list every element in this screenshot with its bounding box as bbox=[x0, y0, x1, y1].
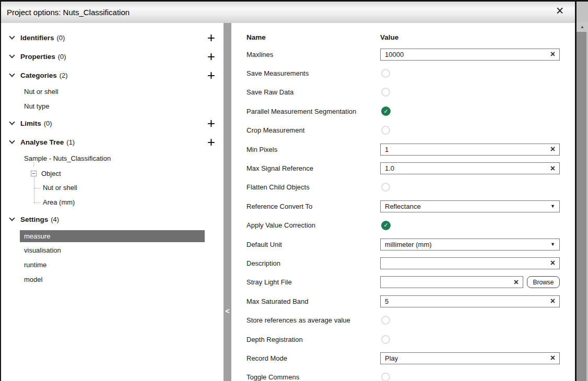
add-button[interactable]: + bbox=[207, 69, 218, 81]
collapse-panel-icon[interactable]: < bbox=[224, 307, 231, 315]
analyse-tree: Sample - Nuts_ClassificationObjectNut or… bbox=[1, 151, 224, 210]
setting-label: Stray Light File bbox=[246, 278, 380, 286]
clear-icon[interactable]: × bbox=[511, 278, 519, 287]
sidebar-item-visualisation[interactable]: visualisation bbox=[1, 243, 224, 258]
sidebar-item-model[interactable]: model bbox=[1, 272, 224, 287]
setting-row-min-pixels: Min Pixels1× bbox=[246, 140, 575, 159]
setting-value: 1.0× bbox=[380, 162, 560, 174]
setting-row-record-mode: Record ModePlay× bbox=[246, 349, 575, 367]
section-name: Limits bbox=[20, 120, 41, 127]
toggle-off-icon[interactable] bbox=[381, 183, 390, 192]
chevron-down-icon[interactable] bbox=[9, 138, 15, 144]
setting-row-maxlines: Maxlines10000× bbox=[246, 45, 575, 64]
clear-icon[interactable]: × bbox=[547, 145, 555, 153]
dialog-body: Identifiers(0)+Properties(0)+Categories(… bbox=[1, 23, 575, 381]
collapse-expander-icon[interactable] bbox=[31, 171, 37, 176]
panel-splitter[interactable]: < bbox=[224, 23, 231, 381]
toggle-off-icon[interactable] bbox=[381, 373, 390, 381]
setting-row-description: Description× bbox=[246, 254, 575, 272]
scroll-up-icon[interactable]: ▲ bbox=[577, 22, 588, 32]
sidebar-sections: Identifiers(0)+Properties(0)+Categories(… bbox=[1, 28, 224, 287]
setting-row-reference-convert-to: Reference Convert ToReflectance▼ bbox=[246, 197, 575, 216]
input-value: 1 bbox=[385, 146, 389, 153]
toggle-off-icon[interactable] bbox=[381, 316, 390, 325]
setting-label: Apply Value Correction bbox=[246, 221, 380, 229]
toggle-on-icon[interactable]: ✓ bbox=[381, 106, 391, 116]
sidebar-item-nut-type[interactable]: Nut type bbox=[1, 99, 224, 114]
setting-value bbox=[380, 335, 560, 344]
form-header: Name Value bbox=[246, 29, 575, 45]
setting-label: Depth Registration bbox=[246, 336, 380, 343]
sidebar-section-properties[interactable]: Properties(0)+ bbox=[1, 47, 224, 66]
toggle-off-icon[interactable] bbox=[381, 335, 390, 344]
input-description[interactable]: × bbox=[380, 257, 560, 269]
section-name: Settings bbox=[20, 216, 48, 223]
input-value: 1.0 bbox=[385, 164, 394, 172]
add-button[interactable]: + bbox=[207, 32, 218, 43]
input-max-saturated-band[interactable]: 5× bbox=[380, 295, 560, 307]
clear-icon[interactable]: × bbox=[547, 164, 555, 173]
setting-row-stray-light-file: Stray Light File×Browse bbox=[246, 273, 575, 292]
input-stray-light-file[interactable]: × bbox=[380, 276, 523, 288]
sidebar-section-limits[interactable]: Limits(0)+ bbox=[1, 114, 224, 133]
setting-row-parallel-measurement-segmentation: Parallel Measurement Segmentation✓ bbox=[246, 102, 575, 121]
column-header-value: Value bbox=[380, 33, 398, 41]
sidebar-item-measure[interactable]: measure bbox=[20, 230, 205, 242]
setting-value: × bbox=[380, 257, 560, 269]
add-button[interactable]: + bbox=[207, 51, 218, 62]
toggle-on-icon[interactable]: ✓ bbox=[381, 221, 391, 230]
input-min-pixels[interactable]: 1× bbox=[380, 144, 560, 156]
options-sidebar: Identifiers(0)+Properties(0)+Categories(… bbox=[1, 23, 224, 381]
chevron-down-icon[interactable] bbox=[9, 215, 15, 221]
dropdown-reference-convert-to[interactable]: Reflectance▼ bbox=[380, 200, 560, 212]
dialog-title: Project options: Nuts_Classification bbox=[7, 8, 130, 17]
sidebar-section-categories[interactable]: Categories(2)+ bbox=[1, 66, 224, 85]
chevron-down-icon[interactable] bbox=[9, 71, 15, 77]
toggle-off-icon[interactable] bbox=[381, 69, 390, 78]
dialog-titlebar[interactable]: Project options: Nuts_Classification bbox=[1, 2, 575, 23]
settings-form-panel: Name Value Maxlines10000×Save Measuremen… bbox=[231, 23, 575, 381]
chevron-down-icon[interactable] bbox=[9, 119, 15, 125]
clear-icon[interactable]: × bbox=[547, 354, 555, 362]
close-icon[interactable]: × bbox=[552, 3, 568, 18]
sidebar-section-settings[interactable]: Settings(4) bbox=[1, 210, 224, 229]
input-maxlines[interactable]: 10000× bbox=[380, 49, 560, 61]
setting-label: Min Pixels bbox=[246, 146, 380, 153]
sidebar-section-analyse-tree[interactable]: Analyse Tree(1)+ bbox=[1, 133, 224, 151]
tree-node-area-mm[interactable]: Area (mm) bbox=[1, 195, 224, 210]
setting-value: millimeter (mm)▼ bbox=[380, 239, 560, 251]
setting-row-save-raw-data: Save Raw Data bbox=[246, 83, 575, 102]
scrollbar-thumb[interactable] bbox=[577, 32, 586, 381]
input-value: 10000 bbox=[385, 51, 404, 58]
tree-branch-label: Object bbox=[41, 170, 61, 177]
project-options-screen: Project options: Nuts_Classification × I… bbox=[0, 0, 588, 381]
setting-row-save-measurements: Save Measurements bbox=[246, 64, 575, 82]
setting-value bbox=[380, 183, 560, 192]
sidebar-item-nut-or-shell[interactable]: Nut or shell bbox=[1, 85, 224, 99]
chevron-down-icon[interactable] bbox=[9, 33, 15, 39]
input-record-mode[interactable]: Play× bbox=[380, 352, 560, 364]
setting-label: Store references as average value bbox=[246, 316, 380, 324]
setting-label: Parallel Measurement Segmentation bbox=[246, 108, 380, 115]
check-icon: ✓ bbox=[383, 109, 388, 114]
setting-value: ✓ bbox=[380, 106, 560, 116]
input-max-signal-reference[interactable]: 1.0× bbox=[380, 162, 560, 174]
vertical-scrollbar[interactable]: ▲ bbox=[577, 0, 588, 381]
sidebar-item-runtime[interactable]: runtime bbox=[1, 258, 224, 272]
toggle-off-icon[interactable] bbox=[381, 126, 390, 135]
add-button[interactable]: + bbox=[207, 117, 218, 129]
toggle-off-icon[interactable] bbox=[381, 88, 390, 97]
clear-icon[interactable]: × bbox=[547, 297, 555, 305]
browse-button[interactable]: Browse bbox=[527, 276, 560, 288]
add-button[interactable]: + bbox=[207, 136, 218, 148]
dropdown-value: Reflectance bbox=[385, 203, 421, 210]
sidebar-section-identifiers[interactable]: Identifiers(0)+ bbox=[1, 28, 224, 47]
window-top-border bbox=[0, 0, 588, 2]
chevron-down-icon[interactable] bbox=[9, 52, 15, 58]
setting-label: Default Unit bbox=[246, 241, 380, 248]
clear-icon[interactable]: × bbox=[547, 259, 555, 267]
clear-icon[interactable]: × bbox=[547, 50, 555, 58]
tree-node-sample-nuts-classification[interactable]: Sample - Nuts_Classification bbox=[1, 151, 224, 166]
section-name: Analyse Tree bbox=[20, 138, 64, 146]
dropdown-default-unit[interactable]: millimeter (mm)▼ bbox=[380, 239, 560, 251]
